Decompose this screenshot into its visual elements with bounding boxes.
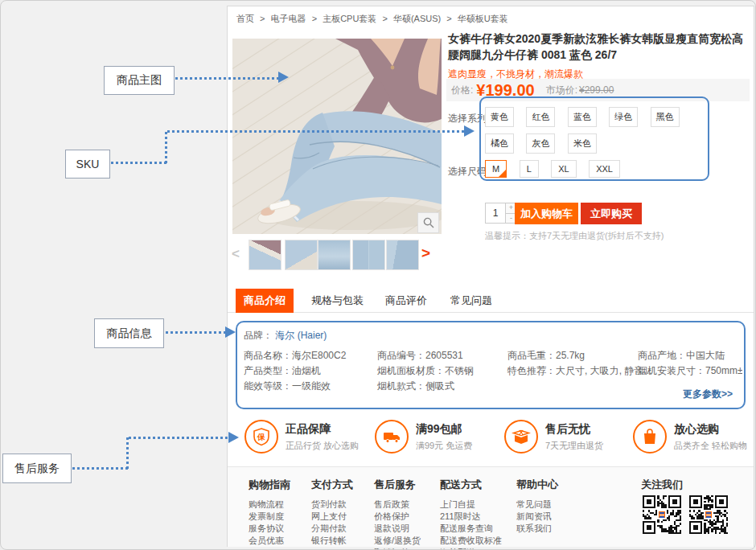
footer-link[interactable]: 海外配送 (440, 547, 502, 550)
spec-item: 商品名称：海尔E800C2 (244, 348, 346, 363)
series-options: 黄色 红色 蓝色 绿色 黑色 橘色 灰色 米色 (485, 107, 718, 160)
annotation-arrow-line (175, 77, 278, 80)
footer-link[interactable]: 取消订单 (374, 547, 421, 550)
thumbs-prev-button[interactable]: < (232, 246, 240, 262)
buy-now-button[interactable]: 立即购买 (581, 203, 642, 224)
warm-tip-text: 温馨提示：支持7天无理由退货(拆封后不支持) (485, 230, 664, 242)
series-option-beige[interactable]: 米色 (568, 133, 597, 154)
service-desc: 7天无理由退货 (545, 440, 603, 452)
service-desc: 正品行货 放心选购 (286, 440, 359, 452)
annotation-arrowhead (228, 432, 239, 443)
page: 首页 > 电子电器 > 主板CPU套装 > 华硕(ASUS) > 华硕板U套装 (0, 0, 756, 550)
breadcrumb-category-1[interactable]: 电子电器 (271, 14, 306, 23)
more-params-link[interactable]: 更多参数>> (683, 388, 733, 401)
footer-column-title: 帮助中心 (516, 478, 558, 492)
series-option-gray[interactable]: 灰色 (526, 133, 555, 154)
magnifier-icon (423, 217, 434, 228)
thumbnail-1[interactable] (249, 240, 281, 270)
image-zoom-button[interactable] (417, 212, 439, 233)
service-desc: 品类齐全 轻松购物 (674, 440, 747, 452)
spec-item: 烟机面板材质：不锈钢 (377, 363, 474, 379)
thumbs-next-button[interactable]: > (421, 244, 430, 262)
size-option-m-selected[interactable]: M (485, 160, 507, 178)
thumbnail-5[interactable] (386, 240, 419, 270)
footer-link[interactable]: 常见问题 (516, 499, 558, 511)
thumbnail-3[interactable] (318, 240, 351, 270)
tab-spec-package[interactable]: 规格与包装 (303, 289, 372, 313)
footer-link[interactable]: 网上支付 (311, 511, 353, 523)
breadcrumb-separator: > (382, 14, 387, 23)
qr-code (689, 495, 728, 534)
series-option-yellow[interactable]: 黄色 (485, 107, 514, 127)
footer-link[interactable]: 联系我们 (516, 523, 558, 535)
series-label: 选择系列: (448, 112, 489, 125)
footer-link[interactable]: 新闻资讯 (516, 511, 558, 523)
breadcrumb-category-2[interactable]: 主板CPU套装 (323, 14, 376, 23)
breadcrumb-home[interactable]: 首页 (236, 14, 254, 23)
breadcrumb-separator: > (446, 14, 451, 23)
size-option-l[interactable]: L (520, 160, 539, 178)
footer-column-help: 帮助中心 常见问题 新闻资讯 联系我们 (516, 478, 558, 535)
annotation-label-aftersale-service: 售后服务 (2, 454, 72, 483)
footer-follow-title: 关注我们 (641, 478, 683, 492)
price-bar: 价格: ¥199.00 市场价: ¥299.00 (446, 79, 750, 101)
truck-icon (375, 420, 409, 454)
service-title: 满99包邮 (416, 422, 472, 437)
service-title: 放心选购 (674, 422, 747, 437)
footer-link[interactable]: 返修/退换货 (374, 535, 421, 547)
product-main-image[interactable] (232, 39, 442, 234)
spec-item: 产品类型：油烟机 (244, 363, 346, 379)
shield-icon: 保 (244, 420, 278, 454)
footer-link[interactable]: 配送费收取标准 (440, 535, 502, 547)
series-option-blue[interactable]: 蓝色 (568, 107, 597, 127)
market-price-value: ¥299.00 (579, 84, 614, 96)
footer-link[interactable]: 211限时达 (440, 511, 502, 523)
annotation-label-sku: SKU (65, 150, 110, 179)
series-option-green[interactable]: 绿色 (609, 107, 638, 127)
footer-link[interactable]: 购物流程 (249, 499, 290, 511)
brand-link[interactable]: 海尔 (Haier) (275, 330, 327, 341)
tab-product-intro[interactable]: 商品介绍 (236, 289, 294, 313)
tab-faq[interactable]: 常见问题 (442, 289, 500, 313)
footer-link[interactable]: 分期付款 (311, 523, 353, 535)
thumbnail-2[interactable] (285, 240, 318, 270)
footer-link[interactable]: 退款说明 (374, 523, 421, 535)
annotation-arrowhead (464, 125, 475, 137)
spec-column-3: 商品毛重：25.7kg 特色推荐：大尺寸, 大吸力, 静音... (507, 348, 651, 379)
thumbnail-4[interactable] (352, 240, 385, 270)
series-option-orange[interactable]: 橘色 (485, 133, 514, 154)
spec-item: 能效等级：一级能效 (244, 379, 346, 394)
size-option-xxl[interactable]: XXL (589, 160, 620, 178)
footer-link[interactable]: 上门自提 (440, 499, 502, 511)
size-label: 选择尺码: (448, 165, 489, 179)
annotation-label-main-image: 商品主图 (104, 66, 175, 95)
footer-link[interactable]: 价格保护 (374, 511, 421, 523)
size-option-xl[interactable]: XL (551, 160, 576, 178)
footer-link[interactable]: 银行转帐 (311, 535, 353, 547)
footer-link[interactable]: 会员优惠 (249, 535, 290, 547)
footer-link[interactable]: 售后政策 (374, 499, 421, 511)
footer-link[interactable]: 货到付款 (311, 499, 353, 511)
footer-link[interactable]: 配送服务查询 (440, 523, 502, 535)
series-option-red[interactable]: 红色 (526, 107, 555, 127)
footer-link[interactable]: 服务协议 (249, 523, 290, 535)
series-option-black[interactable]: 黑色 (651, 107, 680, 127)
price-label: 价格: (451, 84, 473, 97)
spec-item: 商品编号：2605531 (377, 348, 474, 363)
breadcrumb-current: 华硕板U套装 (458, 14, 508, 23)
footer-column-title: 支付方式 (311, 478, 353, 492)
tab-reviews[interactable]: 商品评价 (377, 289, 435, 313)
brand-label: 品牌： (244, 330, 273, 341)
breadcrumb-brand[interactable]: 华硕(ASUS) (393, 14, 441, 23)
spec-item: 商品毛重：25.7kg (507, 348, 651, 363)
annotation-arrow-line (72, 467, 129, 470)
annotation-arrowhead (278, 72, 289, 83)
footer-link[interactable]: 发票制度 (249, 511, 290, 523)
footer-column-shopping-guide: 购物指南 购物流程 发票制度 服务协议 会员优惠 (249, 478, 290, 547)
service-title: 正品保障 (286, 422, 359, 437)
spec-column-1: 商品名称：海尔E800C2 产品类型：油烟机 能效等级：一级能效 (244, 348, 346, 394)
footer-column-delivery: 配送方式 上门自提 211限时达 配送服务查询 配送费收取标准 海外配送 (440, 478, 502, 550)
quantity-input[interactable] (485, 203, 506, 224)
annotation-arrow-line (126, 437, 129, 470)
add-to-cart-button[interactable]: 加入购物车 (515, 203, 578, 224)
